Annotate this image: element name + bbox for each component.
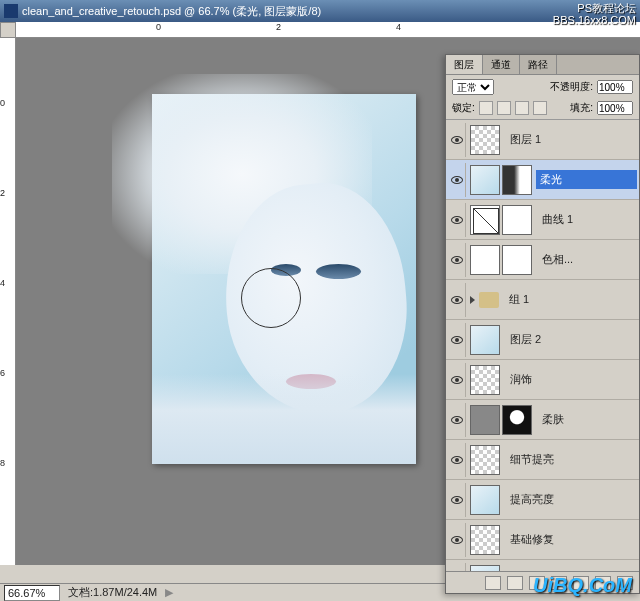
visibility-toggle[interactable]: [448, 523, 466, 557]
visibility-toggle[interactable]: [448, 363, 466, 397]
layer-row[interactable]: 柔肤: [446, 400, 639, 440]
visibility-toggle[interactable]: [448, 483, 466, 517]
layer-thumbnail[interactable]: [502, 165, 532, 195]
visibility-toggle[interactable]: [448, 243, 466, 277]
layer-row[interactable]: 图层 1: [446, 120, 639, 160]
vertical-ruler[interactable]: 0 2 4 6 8: [0, 38, 16, 565]
layer-row[interactable]: 润饰: [446, 360, 639, 400]
image-content: [316, 264, 361, 279]
ruler-tick: 0: [156, 22, 161, 32]
layer-name[interactable]: 柔肤: [536, 412, 637, 427]
zoom-input[interactable]: 66.67%: [4, 585, 60, 601]
layer-thumbnail[interactable]: [470, 405, 500, 435]
tab-channels[interactable]: 通道: [483, 55, 520, 74]
layer-name[interactable]: 润饰: [504, 372, 637, 387]
horizontal-ruler[interactable]: 0 2 4: [16, 22, 640, 38]
doc-size-info[interactable]: 文档:1.87M/24.4M: [68, 585, 157, 600]
layer-options: 正常 不透明度: 锁定: 填充:: [446, 75, 639, 120]
link-layers-icon[interactable]: [485, 576, 501, 590]
layer-thumbnail[interactable]: [470, 485, 500, 515]
layer-thumbnail[interactable]: [502, 245, 532, 275]
visibility-toggle[interactable]: [448, 403, 466, 437]
lock-position-icon[interactable]: [515, 101, 529, 115]
layer-row[interactable]: 图层 2: [446, 320, 639, 360]
eye-icon: [451, 136, 463, 144]
layers-list[interactable]: 图层 1柔光曲线 1色相...组 1图层 2润饰柔肤细节提亮提高亮度基础修复背景: [446, 120, 639, 571]
layer-name[interactable]: 提高亮度: [504, 492, 637, 507]
layer-name[interactable]: 图层 1: [504, 132, 637, 147]
layer-row[interactable]: 基础修复: [446, 520, 639, 560]
ruler-tick: 8: [0, 458, 5, 468]
fill-input[interactable]: [597, 101, 633, 115]
visibility-toggle[interactable]: [448, 203, 466, 237]
layer-context: (柔光, 图层蒙版/8): [233, 5, 322, 17]
layer-row[interactable]: 曲线 1: [446, 200, 639, 240]
eye-icon: [451, 296, 463, 304]
eye-icon: [451, 536, 463, 544]
fx-icon[interactable]: [507, 576, 523, 590]
folder-icon: [479, 292, 499, 308]
visibility-toggle[interactable]: [448, 123, 466, 157]
watermark-bottom: UiBQ.CoM: [533, 574, 632, 597]
layer-row[interactable]: 柔光: [446, 160, 639, 200]
layer-name[interactable]: 图层 2: [504, 332, 637, 347]
layer-thumbnail[interactable]: [470, 525, 500, 555]
ruler-tick: 4: [396, 22, 401, 32]
layer-row[interactable]: 背景: [446, 560, 639, 571]
image-content: [152, 374, 416, 464]
visibility-toggle[interactable]: [448, 443, 466, 477]
eye-icon: [451, 256, 463, 264]
brush-cursor: [241, 268, 301, 328]
expand-arrow-icon[interactable]: [470, 296, 475, 304]
window-titlebar: clean_and_creative_retouch.psd @ 66.7% (…: [0, 0, 640, 22]
layer-name[interactable]: 组 1: [503, 292, 637, 307]
layer-thumbnail[interactable]: [470, 165, 500, 195]
opacity-label: 不透明度:: [550, 80, 593, 94]
ruler-origin[interactable]: [0, 22, 16, 38]
ruler-tick: 6: [0, 368, 5, 378]
layer-name[interactable]: 色相...: [536, 252, 637, 267]
lock-pixels-icon[interactable]: [497, 101, 511, 115]
opacity-input[interactable]: [597, 80, 633, 94]
eye-icon: [451, 496, 463, 504]
layer-thumbnail[interactable]: [502, 205, 532, 235]
lock-transparency-icon[interactable]: [479, 101, 493, 115]
visibility-toggle[interactable]: [448, 323, 466, 357]
lock-all-icon[interactable]: [533, 101, 547, 115]
tab-layers[interactable]: 图层: [446, 55, 483, 74]
layer-thumbnail[interactable]: [470, 205, 500, 235]
zoom-title: 66.7%: [198, 5, 229, 17]
visibility-toggle[interactable]: [448, 563, 466, 572]
layer-name[interactable]: 细节提亮: [504, 452, 637, 467]
layer-thumbnail[interactable]: [470, 365, 500, 395]
tab-paths[interactable]: 路径: [520, 55, 557, 74]
filename: clean_and_creative_retouch.psd: [22, 5, 181, 17]
eye-icon: [451, 336, 463, 344]
layer-row[interactable]: 色相...: [446, 240, 639, 280]
panel-tabs: 图层 通道 路径: [446, 55, 639, 75]
eye-icon: [451, 176, 463, 184]
layer-name[interactable]: 曲线 1: [536, 212, 637, 227]
layer-row[interactable]: 细节提亮: [446, 440, 639, 480]
layer-thumbnail[interactable]: [470, 325, 500, 355]
layer-thumbnail[interactable]: [470, 125, 500, 155]
document-title: clean_and_creative_retouch.psd @ 66.7% (…: [22, 4, 636, 19]
eye-icon: [451, 416, 463, 424]
layer-name[interactable]: 柔光: [536, 170, 637, 189]
layer-thumbnail[interactable]: [470, 245, 500, 275]
lock-label: 锁定:: [452, 101, 475, 115]
ruler-tick: 4: [0, 278, 5, 288]
app-icon: [4, 4, 18, 18]
layer-name[interactable]: 基础修复: [504, 532, 637, 547]
layers-panel: 图层 通道 路径 正常 不透明度: 锁定: 填充: 图层 1柔光曲线 1色相..…: [445, 54, 640, 594]
layer-row[interactable]: 提高亮度: [446, 480, 639, 520]
blend-mode-select[interactable]: 正常: [452, 79, 494, 95]
eye-icon: [451, 456, 463, 464]
layer-row[interactable]: 组 1: [446, 280, 639, 320]
visibility-toggle[interactable]: [448, 283, 466, 317]
visibility-toggle[interactable]: [448, 163, 466, 197]
layer-thumbnail[interactable]: [502, 405, 532, 435]
eye-icon: [451, 216, 463, 224]
ruler-tick: 2: [0, 188, 5, 198]
layer-thumbnail[interactable]: [470, 445, 500, 475]
